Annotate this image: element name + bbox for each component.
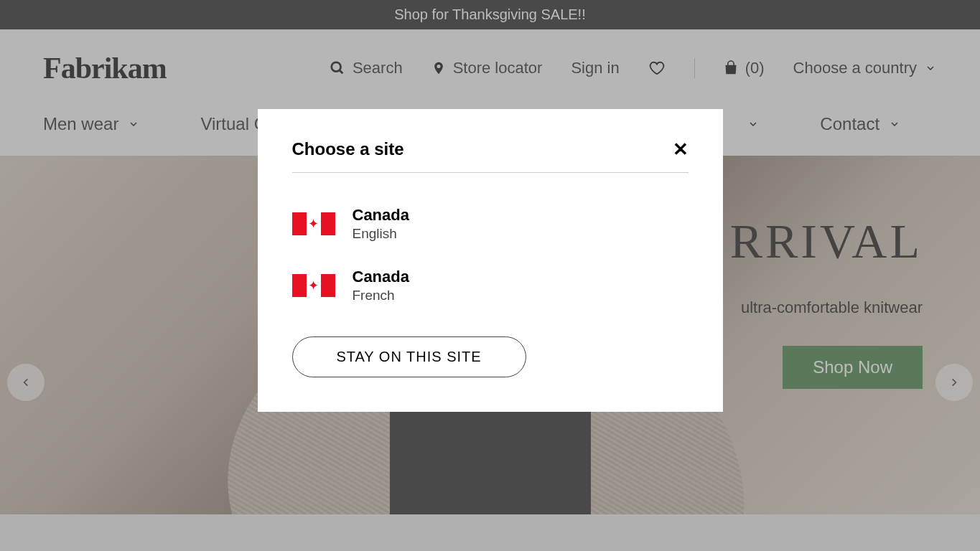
site-option-canada-english[interactable]: ✦ Canada English: [292, 206, 689, 242]
site-picker-modal: Choose a site ✕ ✦ Canada English ✦: [258, 109, 723, 412]
modal-overlay[interactable]: Choose a site ✕ ✦ Canada English ✦: [0, 0, 980, 551]
canada-flag-icon: ✦: [292, 212, 335, 235]
modal-close-button[interactable]: ✕: [673, 140, 689, 159]
site-language: French: [353, 288, 409, 303]
canada-flag-icon: ✦: [292, 274, 335, 297]
site-country: Canada: [353, 268, 409, 286]
close-icon: ✕: [673, 138, 689, 160]
stay-on-site-button[interactable]: STAY ON THIS SITE: [292, 336, 526, 377]
site-option-canada-french[interactable]: ✦ Canada French: [292, 268, 689, 303]
site-language: English: [353, 226, 409, 242]
site-country: Canada: [353, 206, 409, 225]
modal-title: Choose a site: [292, 139, 404, 159]
